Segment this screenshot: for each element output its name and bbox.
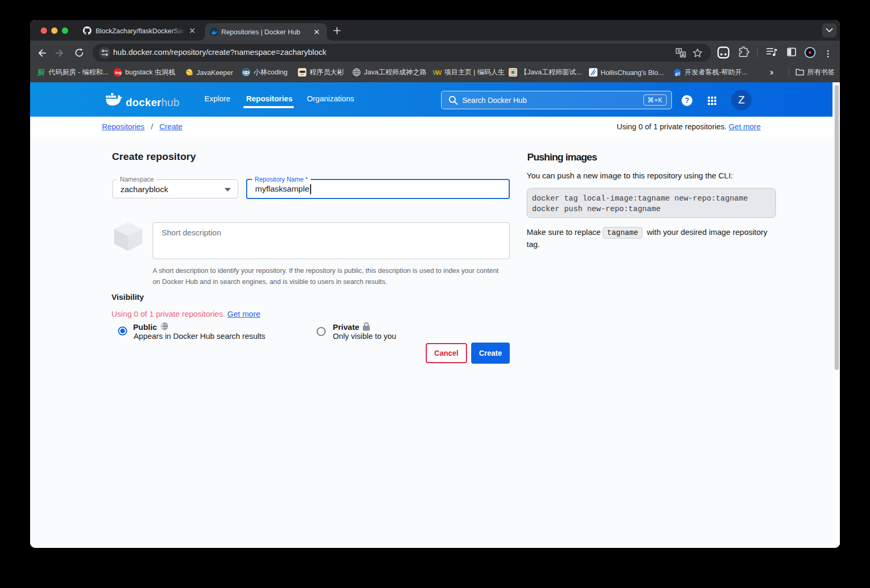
svg-text:?: ?: [685, 96, 689, 105]
